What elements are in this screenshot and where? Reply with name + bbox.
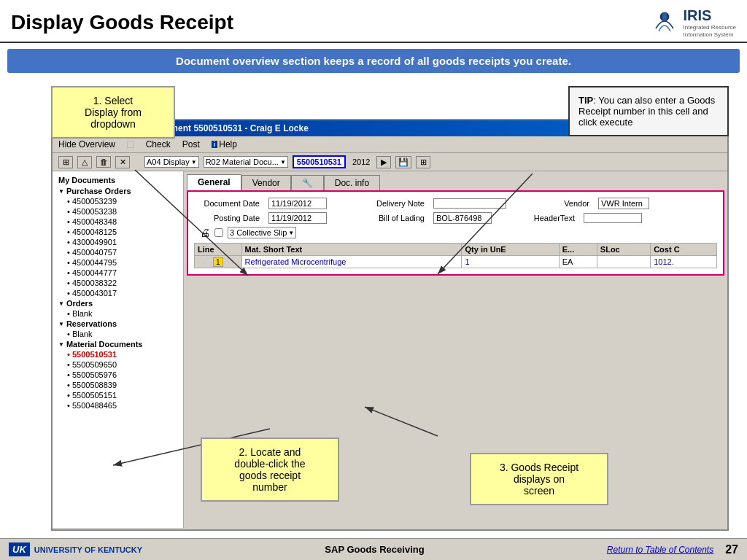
toolbar-year: 2012 <box>350 157 372 167</box>
group-material-docs: ▼ Material Documents <box>53 339 183 349</box>
tab-general[interactable]: General <box>187 174 241 190</box>
university-label: UNIVERSITY OF KENTUCKY <box>34 545 142 554</box>
list-item[interactable]: • 4500048348 <box>53 217 183 227</box>
callout-1: 1. Select Display from dropdown <box>51 86 175 139</box>
sap-form-area: Document Date 11/19/2012 Delivery Note V… <box>187 190 724 276</box>
slip-checkbox[interactable] <box>214 228 223 237</box>
sap-table: Line Mat. Short Text Qty in UnE E... SLo… <box>194 243 717 268</box>
callout-3: 3. Goods Receipt displays on screen <box>470 453 608 505</box>
toolbar-btn-x[interactable]: ✕ <box>115 156 130 168</box>
list-item[interactable]: • 5500505151 <box>53 390 183 400</box>
form-row-2: Posting Date 11/19/2012 Bill of Lading B… <box>194 212 717 224</box>
blue-banner: Document overview section keeps a record… <box>7 49 740 73</box>
list-item[interactable]: • 4500053239 <box>53 196 183 206</box>
cell-qty[interactable]: 1 <box>462 256 559 268</box>
delivery-note-value[interactable] <box>433 198 506 209</box>
triangle-purchase-orders: ▼ <box>58 188 64 195</box>
list-item[interactable]: • 4500038322 <box>53 278 183 288</box>
svg-point-1 <box>662 12 666 22</box>
toolbar-doc-number-field[interactable]: 5500510531 <box>293 155 346 168</box>
list-item[interactable]: • 4500043017 <box>53 288 183 298</box>
triangle-orders: ▼ <box>58 300 64 307</box>
list-item[interactable]: • 4300049901 <box>53 237 183 247</box>
cell-sloc <box>597 256 650 268</box>
list-item[interactable]: • 4500040757 <box>53 247 183 257</box>
bill-of-lading-value[interactable]: BOL-876498 <box>433 212 492 224</box>
collective-slip-dropdown[interactable]: 3 Collective Slip ▼ <box>228 227 296 238</box>
col-qty: Qty in UnE <box>462 244 559 256</box>
list-item-highlighted[interactable]: • 5500510531 <box>53 349 183 359</box>
group-orders: ▼ Orders <box>53 298 183 308</box>
dropdown-arrow-1: ▼ <box>191 159 197 166</box>
sap-left-panel: My Documents ▼ Purchase Orders • 4500053… <box>53 171 184 528</box>
toolbar-btn-2[interactable]: △ <box>77 156 92 168</box>
slip-row: 🖨 3 Collective Slip ▼ <box>194 227 717 238</box>
footer-right: Return to Table of Contents 27 <box>607 543 738 556</box>
table-row[interactable]: 1 Refrigerated Microcentrifuge 1 EA 1012… <box>195 256 717 268</box>
header-text-value[interactable] <box>584 213 642 223</box>
return-to-toc-link[interactable]: Return to Table of Contents <box>607 545 713 555</box>
posting-date-value[interactable]: 11/19/2012 <box>268 212 327 224</box>
sap-toolbar: ⊞ △ 🗑 ✕ A04 Display ▼ R02 Material Docu.… <box>53 153 727 171</box>
sap-menubar: Hide Overview □ Check Post i Help <box>53 136 727 153</box>
footer-center: SAP Goods Receiving <box>325 544 424 555</box>
vendor-value[interactable]: VWR Intern <box>598 198 649 209</box>
sap-content: My Documents ▼ Purchase Orders • 4500053… <box>53 171 727 528</box>
cell-mat-text[interactable]: Refrigerated Microcentrifuge <box>241 256 462 268</box>
toolbar-dropdown-action[interactable]: A04 Display ▼ <box>144 156 199 168</box>
sap-tabs: General Vendor 🔧 Doc. info <box>187 174 724 190</box>
form-row-1: Document Date 11/19/2012 Delivery Note V… <box>194 198 717 209</box>
tab-vendor[interactable]: Vendor <box>241 175 291 190</box>
list-item[interactable]: • 5500488465 <box>53 400 183 411</box>
list-item[interactable]: • 4500044795 <box>53 257 183 268</box>
printer-icon: 🖨 <box>200 227 210 238</box>
vendor-label: Vendor <box>538 199 589 208</box>
toolbar-save-btn[interactable]: 💾 <box>395 156 411 168</box>
list-item: • Blank <box>53 329 183 339</box>
iris-logo-icon <box>650 8 679 37</box>
menu-hide-overview[interactable]: Hide Overview <box>58 139 115 149</box>
toolbar-btn-delete[interactable]: 🗑 <box>96 156 111 168</box>
cell-line: 1 <box>195 256 242 268</box>
iris-logo-label: IRIS Integrated ResourceInformation Syst… <box>684 7 737 38</box>
toolbar-btn-1[interactable]: ⊞ <box>58 156 73 168</box>
toolbar-execute-btn[interactable]: ▶ <box>376 156 391 168</box>
cell-cost[interactable]: 1012. <box>651 256 717 268</box>
page-title: Display Goods Receipt <box>11 11 233 34</box>
panel-title: My Documents <box>53 174 183 186</box>
posting-date-label: Posting Date <box>194 214 260 222</box>
menu-help[interactable]: i Help <box>212 139 237 149</box>
header-text-label: HeaderText <box>524 214 575 222</box>
sap-window: 📋 Display Material Document 5500510531 -… <box>51 119 729 531</box>
main-area: 1. Select Display from dropdown TIP: You… <box>7 79 740 545</box>
toolbar-dropdown-doc[interactable]: R02 Material Docu... ▼ <box>204 156 288 168</box>
callout-tip: TIP: You can also enter a Goods Receipt … <box>568 86 729 136</box>
list-item[interactable]: • 5500508839 <box>53 380 183 390</box>
list-item: • Blank <box>53 308 183 319</box>
triangle-material-docs: ▼ <box>58 341 64 348</box>
menu-check[interactable]: Check <box>146 139 171 149</box>
col-sloc: SLoc <box>597 244 650 256</box>
footer-uk-section: UK UNIVERSITY OF KENTUCKY <box>9 542 142 556</box>
tab-doc-info[interactable]: Doc. info <box>324 175 380 190</box>
menu-separator1: □ <box>127 138 134 151</box>
menu-post[interactable]: Post <box>182 139 200 149</box>
list-item[interactable]: • 4500053238 <box>53 206 183 217</box>
list-item[interactable]: • 4500044777 <box>53 268 183 278</box>
page-number: 27 <box>725 543 738 556</box>
list-item[interactable]: • 5500505976 <box>53 370 183 380</box>
col-e: E... <box>559 244 597 256</box>
col-mat-text: Mat. Short Text <box>241 244 462 256</box>
iris-subtext: Integrated ResourceInformation System <box>684 24 737 38</box>
uk-box: UK <box>9 542 30 556</box>
collective-slip-arrow: ▼ <box>288 230 294 236</box>
list-item[interactable]: • 5500509650 <box>53 359 183 370</box>
bill-of-lading-label: Bill of Lading <box>366 214 425 222</box>
tab-icon[interactable]: 🔧 <box>291 175 324 190</box>
iris-logo: IRIS Integrated ResourceInformation Syst… <box>650 7 737 38</box>
col-cost: Cost C <box>651 244 717 256</box>
doc-date-value[interactable]: 11/19/2012 <box>268 198 327 209</box>
doc-date-label: Document Date <box>194 199 260 208</box>
list-item[interactable]: • 4500048125 <box>53 227 183 237</box>
toolbar-misc-btn[interactable]: ⊞ <box>416 156 430 168</box>
